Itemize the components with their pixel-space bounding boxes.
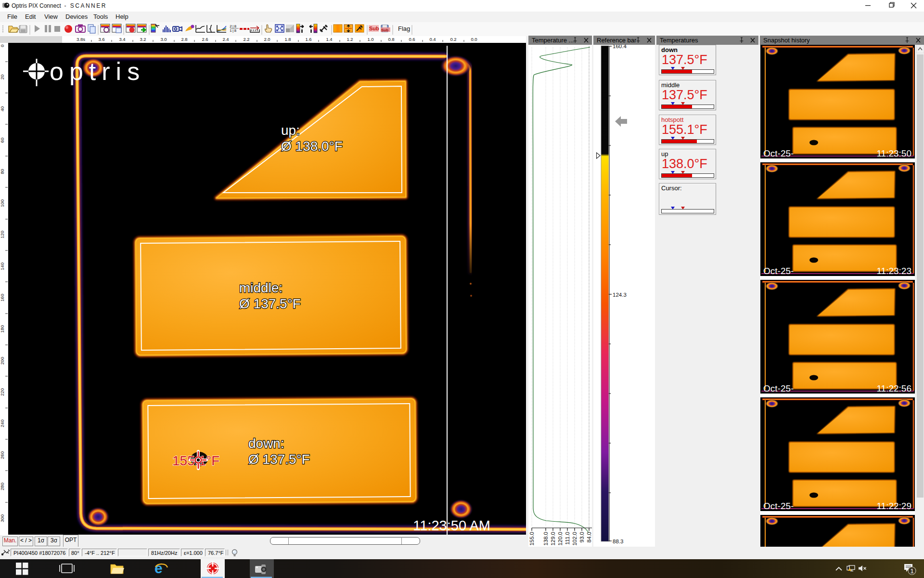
svg-text:88.3: 88.3 <box>613 539 623 544</box>
svg-text:down:: down: <box>248 436 284 451</box>
svg-text:Oct-25-: Oct-25- <box>763 266 794 276</box>
svg-text:3.6: 3.6 <box>98 37 104 42</box>
svg-text:129.0: 129.0 <box>550 532 556 546</box>
svg-text:155.0: 155.0 <box>529 532 535 546</box>
svg-text:1.8: 1.8 <box>284 37 291 42</box>
svg-text:0.4: 0.4 <box>429 37 436 42</box>
svg-text:Oct-25-: Oct-25- <box>763 148 794 158</box>
svg-text:11:23:50 AM: 11:23:50 AM <box>413 518 490 533</box>
svg-text:124.3: 124.3 <box>613 292 627 298</box>
svg-text:80: 80 <box>0 169 5 174</box>
svg-text:optris: optris <box>50 57 145 85</box>
svg-text:2.8: 2.8 <box>181 37 187 42</box>
svg-text:2|8: 2|8 <box>230 24 237 28</box>
svg-text:0.8: 0.8 <box>388 37 394 42</box>
svg-text:Ø 137.5°F: Ø 137.5°F <box>248 452 310 467</box>
svg-text:1.2: 1.2 <box>346 37 353 42</box>
svg-text:200: 200 <box>0 357 5 365</box>
svg-text:e: e <box>154 560 163 576</box>
svg-text:0.2: 0.2 <box>450 37 456 42</box>
svg-text:0.0: 0.0 <box>471 37 477 42</box>
svg-text:120.0: 120.0 <box>557 532 563 546</box>
svg-text:160.4: 160.4 <box>613 45 627 49</box>
svg-text:0.6: 0.6 <box>409 37 415 42</box>
svg-text:11:22:29: 11:22:29 <box>876 501 911 511</box>
svg-text:middle:: middle: <box>239 280 282 295</box>
svg-text:300: 300 <box>0 514 5 522</box>
svg-text:20: 20 <box>0 75 5 80</box>
svg-text:1.6: 1.6 <box>305 37 311 42</box>
svg-text:2.2: 2.2 <box>243 37 249 42</box>
svg-text:1|8: 1|8 <box>230 28 237 33</box>
svg-text:2.4: 2.4 <box>222 37 229 42</box>
svg-text:Oct-25-: Oct-25- <box>763 501 794 511</box>
svg-text:140: 140 <box>0 263 5 270</box>
svg-text:Ø 137.5°F: Ø 137.5°F <box>239 296 301 311</box>
svg-text:2.0: 2.0 <box>264 37 270 42</box>
svg-text:11:22:56: 11:22:56 <box>876 383 911 394</box>
svg-text:102.0: 102.0 <box>572 532 578 546</box>
svg-text:138.0: 138.0 <box>543 532 549 546</box>
svg-text:Flag: Flag <box>398 25 410 32</box>
svg-text:93.0: 93.0 <box>579 532 585 542</box>
svg-text:3.0: 3.0 <box>160 37 167 42</box>
svg-text:Oct-25-: Oct-25- <box>763 383 794 394</box>
svg-text:1.4: 1.4 <box>326 37 332 42</box>
svg-text:160: 160 <box>0 294 5 302</box>
svg-text:260: 260 <box>0 451 5 459</box>
svg-text:1.0: 1.0 <box>367 37 373 42</box>
svg-text:111.0: 111.0 <box>565 532 570 545</box>
svg-text:2.6: 2.6 <box>202 37 208 42</box>
svg-text:120: 120 <box>0 231 5 238</box>
svg-text:up:: up: <box>281 123 300 138</box>
svg-text:240: 240 <box>0 420 5 427</box>
svg-text:60: 60 <box>0 138 5 143</box>
svg-text:3.4: 3.4 <box>119 37 125 42</box>
svg-text:Sub: Sub <box>381 28 388 32</box>
svg-text:3.2: 3.2 <box>140 37 146 42</box>
svg-text:1: 1 <box>910 567 913 575</box>
svg-text:11:23:23: 11:23:23 <box>876 266 911 276</box>
svg-text:84.0: 84.0 <box>586 532 592 542</box>
svg-text:Sub: Sub <box>369 26 379 31</box>
svg-text:280: 280 <box>0 483 5 490</box>
svg-text:100: 100 <box>0 199 5 207</box>
svg-text:40: 40 <box>0 106 5 112</box>
svg-text:0: 0 <box>0 44 5 47</box>
svg-text:180: 180 <box>0 325 5 333</box>
svg-text:3.8s: 3.8s <box>77 37 85 42</box>
svg-text:220: 220 <box>0 388 5 396</box>
svg-text:11:23:50: 11:23:50 <box>876 148 911 158</box>
svg-text:Ø 138.0°F: Ø 138.0°F <box>281 139 343 154</box>
